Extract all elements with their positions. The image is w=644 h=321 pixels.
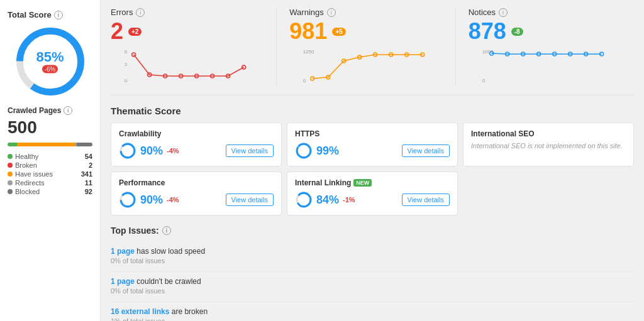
dot-broken <box>8 163 13 168</box>
internal-linking-body: 84% -1% View details <box>295 191 450 209</box>
crawled-pages-label: Crawled Pages <box>8 106 61 115</box>
legend: Healthy 54 Broken 2 Have issues 341 Redi… <box>8 153 92 195</box>
https-view-details[interactable]: View details <box>402 144 450 157</box>
total-score-title: Total Score i <box>8 10 92 19</box>
dot-redirects <box>8 180 13 185</box>
issue-text-slow-load: 1 page has slow load speed <box>111 247 634 256</box>
crawlability-title: Crawlability <box>119 129 274 138</box>
bar-blocked <box>77 143 92 146</box>
issue-item-broken-links: 16 external links are broken 1% of total… <box>111 302 634 321</box>
warnings-value: 981 +5 <box>289 18 442 45</box>
donut-center: 85% -6% <box>36 50 64 73</box>
issue-link-not-crawled[interactable]: 1 page <box>111 277 135 286</box>
svg-text:0: 0 <box>303 78 306 83</box>
score-card-intl-seo: International SEO International SEO is n… <box>463 122 634 166</box>
performance-donut <box>119 191 136 209</box>
performance-score: 90% -4% <box>119 191 179 209</box>
score-change: -6% <box>42 65 58 73</box>
legend-item-issues: Have issues 341 <box>8 170 92 178</box>
warnings-badge: +5 <box>332 28 345 36</box>
issue-link-slow-load[interactable]: 1 page <box>111 247 135 256</box>
warnings-label: Warnings i <box>289 8 442 17</box>
thematic-grid: Crawlability 90% -4% View details HTTPS <box>111 122 634 215</box>
thematic-title: Thematic Score <box>111 106 634 116</box>
internal-linking-score: 84% -1% <box>295 191 355 209</box>
total-score-info-icon[interactable]: i <box>54 11 63 19</box>
issue-sub-broken-links: 1% of total issues <box>111 317 634 321</box>
svg-text:6: 6 <box>125 49 128 55</box>
https-score: 99% <box>295 142 339 160</box>
https-body: 99% View details <box>295 142 450 160</box>
svg-text:0: 0 <box>125 78 128 83</box>
crawled-count: 500 <box>8 117 92 138</box>
new-badge: NEW <box>353 179 372 187</box>
crawlability-view-details[interactable]: View details <box>226 144 274 157</box>
notices-badge: -8 <box>511 28 523 36</box>
https-title: HTTPS <box>295 129 450 138</box>
errors-label: Errors i <box>111 8 264 17</box>
legend-item-healthy: Healthy 54 <box>8 153 92 160</box>
legend-item-redirects: Redirects 11 <box>8 179 92 187</box>
issue-item-not-crawled: 1 page couldn't be crawled 0% of total i… <box>111 272 634 302</box>
issue-sub-not-crawled: 0% of total issues <box>111 287 634 295</box>
notices-label: Notices i <box>469 8 621 17</box>
svg-point-43 <box>121 144 135 158</box>
issue-link-broken-links[interactable]: 16 external links <box>111 307 169 316</box>
errors-value: 2 +2 <box>111 18 264 45</box>
dot-issues <box>8 171 13 177</box>
crawlability-score: 90% -4% <box>119 142 179 160</box>
left-panel: Total Score i 85% -6% Crawled Pages i 50… <box>0 0 101 321</box>
issue-text-not-crawled: 1 page couldn't be crawled <box>111 277 634 286</box>
issue-sub-slow-load: 0% of total issues <box>111 257 634 264</box>
total-score-label: Total Score <box>8 10 52 19</box>
crawlability-body: 90% -4% View details <box>119 142 274 160</box>
warnings-block: Warnings i 981 +5 0 1250 <box>276 8 455 85</box>
notices-block: Notices i 878 -8 1000 0 <box>455 8 634 85</box>
metrics-row: Errors i 2 +2 0 3 6 <box>111 8 634 95</box>
internal-linking-view-details[interactable]: View details <box>402 193 450 206</box>
errors-block: Errors i 2 +2 0 3 6 <box>111 8 276 85</box>
https-donut <box>295 142 313 160</box>
score-card-performance: Performance 90% -4% View details <box>111 171 282 215</box>
crawlability-donut <box>119 142 136 160</box>
legend-item-blocked: Blocked 92 <box>8 188 92 195</box>
notices-info-icon[interactable]: i <box>499 8 508 17</box>
svg-point-47 <box>121 193 135 207</box>
top-issues-title: Top Issues: i <box>111 226 634 236</box>
errors-chart: 0 3 6 <box>111 48 264 83</box>
svg-text:1250: 1250 <box>303 49 314 55</box>
notices-chart: 1000 0 <box>469 48 621 83</box>
score-card-crawlability: Crawlability 90% -4% View details <box>111 122 282 166</box>
warnings-info-icon[interactable]: i <box>327 8 336 17</box>
intl-seo-note: International SEO is not implemented on … <box>471 142 626 150</box>
issue-item-slow-load: 1 page has slow load speed 0% of total i… <box>111 242 634 272</box>
bar-issues <box>17 143 75 146</box>
intl-seo-title: International SEO <box>471 129 626 138</box>
crawled-pages-title: Crawled Pages i <box>8 106 92 115</box>
performance-view-details[interactable]: View details <box>226 193 274 206</box>
errors-badge: +2 <box>128 28 142 36</box>
donut-chart: 85% -6% <box>8 27 92 96</box>
errors-info-icon[interactable]: i <box>136 8 145 17</box>
issues-info-icon[interactable]: i <box>162 226 171 235</box>
score-percent: 85% <box>36 50 64 64</box>
warnings-chart: 0 1250 <box>289 48 442 83</box>
bar-healthy <box>8 143 17 146</box>
legend-item-broken: Broken 2 <box>8 161 92 169</box>
internal-linking-donut <box>295 191 313 209</box>
svg-point-45 <box>297 144 311 158</box>
issue-text-broken-links: 16 external links are broken <box>111 307 634 316</box>
score-card-internal-linking: Internal Linking NEW 84% -1% View detail… <box>287 171 458 215</box>
performance-body: 90% -4% View details <box>119 191 274 209</box>
svg-text:0: 0 <box>482 78 485 83</box>
right-panel: Errors i 2 +2 0 3 6 <box>101 0 644 321</box>
score-card-https: HTTPS 99% View details <box>287 122 458 166</box>
internal-linking-title: Internal Linking NEW <box>295 178 450 187</box>
dot-blocked <box>8 189 13 194</box>
dot-healthy <box>8 154 13 159</box>
performance-title: Performance <box>119 178 274 187</box>
notices-value: 878 -8 <box>469 18 621 45</box>
svg-text:3: 3 <box>125 62 128 67</box>
crawled-info-icon[interactable]: i <box>64 106 72 115</box>
page-status-bar <box>8 143 92 146</box>
